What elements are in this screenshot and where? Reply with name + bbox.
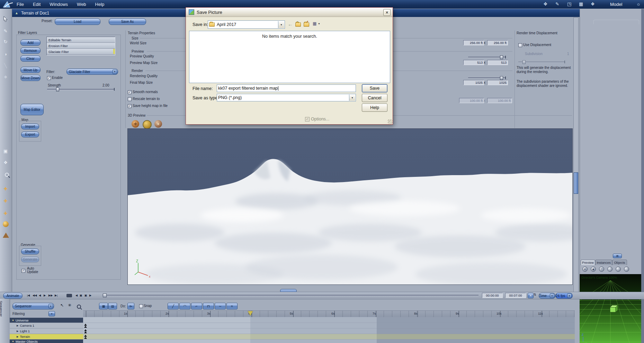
camera-preview-viewport[interactable]: Z Director's Camera 100% [580, 274, 641, 343]
rescale-terrain-checkbox[interactable] [128, 97, 132, 101]
select-tool-icon[interactable] [1, 15, 10, 23]
timeline-scrubber-thumb[interactable] [103, 294, 107, 297]
up-folder-icon[interactable]: ↑ [295, 22, 301, 28]
layer-remove-button[interactable]: Remove [20, 47, 41, 54]
move-y-tool-icon[interactable]: ✚ [1, 197, 10, 205]
enable-checkbox[interactable]: ✓ [47, 76, 51, 80]
frame-marker-icon-2[interactable]: ▣ [84, 293, 87, 297]
preview-light-sphere-icon[interactable] [143, 120, 152, 129]
tab-instances[interactable]: Instances [595, 260, 612, 265]
subdivision-slider-thumb[interactable] [522, 60, 526, 64]
keyframe-marker[interactable] [84, 337, 87, 339]
file-list-area[interactable]: No items match your search. [189, 31, 390, 83]
smooth-normals-checkbox[interactable]: ✓ [128, 90, 132, 94]
play-button[interactable]: ▶ [44, 293, 46, 297]
time-mode-dropdown[interactable]: Time ▼ [539, 293, 555, 299]
layer-clear-button[interactable]: Clear [20, 55, 41, 62]
preview-ball-icon-2[interactable] [616, 267, 621, 272]
resize-grip[interactable] [388, 119, 392, 124]
tree-row-terrain[interactable]: ▶ Terrain [10, 334, 83, 340]
generate-button[interactable]: Generate [21, 256, 39, 262]
sequencer-mode-dropdown[interactable]: Sequencer ▼ [12, 303, 54, 309]
clear-animation-icon[interactable]: ✕ [528, 293, 534, 298]
line-tool-icon[interactable]: ╲ [1, 62, 10, 69]
playhead-marker[interactable] [248, 311, 253, 316]
frame-marker-icon-1[interactable]: ▣ [80, 293, 82, 297]
main-scrollbar[interactable] [573, 17, 579, 292]
room-icon-1[interactable]: ✥ [544, 1, 547, 7]
room-icon-3[interactable]: ◳ [567, 1, 571, 7]
sequencer-tray-tab[interactable]: Sequencer [0, 299, 10, 343]
save-height-map-checkbox[interactable]: ✓ [128, 104, 132, 108]
world-size-x-field[interactable]: 256.00 ft [463, 40, 484, 45]
map-import-button[interactable]: Import [21, 124, 39, 129]
tree-collapse-icon[interactable]: ▶ [17, 324, 18, 327]
search-icon[interactable] [77, 304, 81, 310]
do-dropdown[interactable]: ⧉▾ [127, 303, 134, 309]
shuffle-button[interactable]: Shuffle [21, 249, 39, 254]
fast-rewind-button[interactable]: ◀◀ [33, 293, 37, 297]
move-x-tool-icon[interactable]: ✚ [1, 185, 10, 192]
terrain-3d-viewport[interactable]: Z x [127, 128, 573, 285]
spin-arrows-icon[interactable]: ⇅ [534, 293, 536, 296]
subdivision-slider[interactable] [518, 62, 565, 63]
chevron-down-icon[interactable]: ▼ [349, 94, 355, 101]
strength-slider-thumb[interactable] [56, 88, 59, 91]
room-icon-2[interactable]: ✎ [555, 1, 559, 7]
grid-view-icon[interactable]: ▦ [99, 303, 108, 309]
loop-end-button[interactable]: ▶ [89, 293, 91, 297]
preview-map-x-field[interactable]: 513 [463, 60, 484, 65]
main-scrollbar-thumb[interactable] [574, 172, 578, 194]
tween-step-icon[interactable]: ⌐ [191, 303, 202, 309]
file-name-input[interactable]: kk07 export filtered terrain map [217, 84, 356, 92]
animate-button[interactable]: Animate [3, 293, 23, 299]
filtering-dropdown[interactable]: ▼ [48, 311, 55, 316]
new-folder-icon[interactable]: ✦ [304, 22, 309, 28]
render-sun-icon[interactable]: ☼ [636, 1, 641, 7]
map-export-button[interactable]: Export [21, 132, 39, 137]
step-back-button[interactable]: ◀ [39, 293, 41, 297]
rescale-y-field[interactable]: 100.00 ft [487, 98, 512, 103]
help-button[interactable]: Help [362, 103, 387, 112]
layer-row[interactable]: Editable Terrain [47, 37, 115, 43]
view-menu-chevron-icon[interactable]: ▼ [318, 22, 320, 25]
film-icon[interactable] [66, 294, 72, 297]
rescale-x-field[interactable]: 100.00 ft [459, 98, 484, 103]
map-editor-button[interactable]: Map Editor [20, 104, 44, 115]
preview-ball-icon-1[interactable] [607, 267, 612, 272]
panel-collapse-button[interactable]: ▤ [613, 254, 622, 258]
preview-render-sphere-icon[interactable]: ✦ [154, 120, 162, 128]
loop-start-button[interactable]: ◀ [75, 293, 78, 297]
fast-forward-button[interactable]: ▶▶ [48, 293, 53, 297]
tree-row-universe[interactable]: ▼ Universe [10, 318, 83, 323]
tween-hold-icon[interactable]: ⊓ [203, 303, 214, 309]
cursor-tool-icon[interactable]: ↖ [60, 303, 64, 308]
go-to-end-button[interactable]: ▶| [55, 293, 57, 297]
strength-slider[interactable] [47, 89, 114, 90]
preview-crosshair-icon[interactable]: ⊕ [582, 267, 588, 272]
preview-rotate-sphere-icon[interactable]: ✛ [132, 120, 139, 128]
options-checkbox[interactable]: ✓ [305, 117, 310, 121]
final-map-y-field[interactable]: 1025 [487, 80, 508, 85]
keyframe-marker[interactable] [84, 326, 87, 328]
preview-map-y-field[interactable]: 513 [487, 60, 508, 65]
frame-view-icon[interactable]: ▤ [108, 303, 117, 309]
tween-noise-icon[interactable]: ≈ [226, 303, 238, 309]
tween-linear-icon[interactable]: ╱ [168, 303, 179, 309]
gold-sphere-tool-icon[interactable] [3, 221, 9, 227]
close-icon[interactable]: ✕ [383, 9, 391, 16]
tree-expand-icon[interactable]: ▼ [12, 340, 14, 343]
tween-ease-icon[interactable]: ◠ [179, 303, 190, 309]
timeline-ruler[interactable]: 1s 2s 3s 4s 5s 6s 7s 8s 9s 10s 11s [83, 310, 575, 318]
menu-file[interactable]: File [17, 2, 24, 7]
move-z-tool-icon[interactable]: ✚ [1, 209, 10, 217]
room-icon-5[interactable]: ❖ [591, 1, 595, 7]
preset-load-button[interactable]: Load [55, 18, 100, 25]
menu-web[interactable]: Web [77, 2, 86, 7]
use-displacement-checkbox[interactable] [518, 43, 522, 47]
snap-checkbox[interactable] [139, 304, 143, 308]
filter-dropdown[interactable]: Glaciate Filter ▼ [66, 69, 118, 75]
keyframe-marker[interactable] [84, 331, 87, 333]
auto-update-checkbox[interactable]: ✓ [21, 269, 25, 273]
preview-quality-slider-thumb[interactable] [500, 55, 503, 59]
